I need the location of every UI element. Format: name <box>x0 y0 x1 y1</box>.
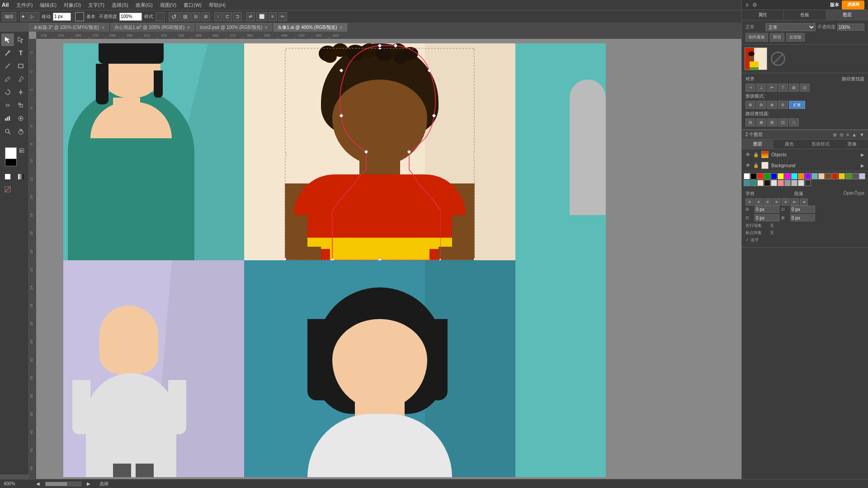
expand-btn[interactable]: ⊐ <box>233 12 242 21</box>
align-btn[interactable]: ⊟ <box>191 12 200 21</box>
swatch-gold[interactable] <box>839 173 845 179</box>
menu-edit[interactable]: 编辑(E) <box>37 1 60 9</box>
x-input[interactable] <box>755 206 779 213</box>
menu-view[interactable]: 视图(V) <box>157 1 180 9</box>
trim-btn[interactable]: ⊠ <box>756 118 766 127</box>
swatch-green[interactable] <box>764 173 770 179</box>
swatch-very-light-gray[interactable] <box>798 180 804 186</box>
opacity-value-input[interactable] <box>837 23 864 31</box>
align-center-v[interactable]: ⊞ <box>789 84 799 92</box>
arrange-btn[interactable]: ↕ <box>214 12 222 21</box>
swatch-dark-red[interactable] <box>832 173 838 179</box>
tool-hand[interactable] <box>14 125 27 138</box>
panel-icon-settings[interactable]: ⚙ <box>752 2 757 8</box>
expand-shape-btn[interactable]: 扩展 <box>789 101 805 109</box>
swatch-light-gray[interactable] <box>771 180 777 186</box>
fg-color-box[interactable] <box>5 147 17 159</box>
tool-gradient[interactable] <box>14 170 27 183</box>
distribute-btn[interactable]: ⊞ <box>201 12 210 21</box>
zoom-slider[interactable] <box>45 482 81 486</box>
layer-lock-objects[interactable]: 🔒 <box>753 152 759 157</box>
layer-move-up-icon[interactable]: ▲ <box>852 132 857 138</box>
y-input[interactable] <box>755 214 779 221</box>
swatch-orange[interactable] <box>798 173 804 179</box>
style-swatch[interactable] <box>156 12 165 21</box>
card-2-main-figure[interactable]: ☞ <box>244 43 515 260</box>
tool-symbol[interactable] <box>14 112 27 125</box>
tab-1-close[interactable]: ✕ <box>187 25 190 30</box>
swatch-gray[interactable] <box>852 173 859 179</box>
merge-btn[interactable]: ⊞ <box>767 118 777 127</box>
tool-btn-2[interactable]: ▷ <box>30 12 39 21</box>
swatch-light-gray2[interactable] <box>791 180 797 186</box>
swatch-dark-teal[interactable] <box>750 180 757 186</box>
tool-rect[interactable] <box>14 60 27 72</box>
tool-graph[interactable] <box>1 112 14 125</box>
tool-fill[interactable] <box>1 170 14 183</box>
align-text-center[interactable]: ≡ <box>755 198 763 206</box>
layer-lock-bg[interactable]: 🔒 <box>753 163 759 168</box>
layer-delete-icon[interactable]: ⊖ <box>840 132 844 138</box>
canvas-content[interactable]: ☞ <box>36 39 741 479</box>
path-btn[interactable]: ⊏ <box>223 12 232 21</box>
clip-btn[interactable]: 剪切 <box>770 33 784 42</box>
layer-subtab-color[interactable]: 颜色 <box>774 140 805 149</box>
swatch-cyan[interactable] <box>791 173 797 179</box>
release-btn[interactable]: 反组版 <box>786 33 805 42</box>
tool-type[interactable]: T <box>14 47 27 59</box>
rpanel-tab-properties[interactable]: 属性 <box>742 10 784 20</box>
tool-reflect[interactable] <box>14 86 27 99</box>
mask-btn[interactable]: ⬜ <box>256 12 267 21</box>
swatch-near-black[interactable] <box>764 180 770 186</box>
swatch-beige[interactable] <box>757 180 764 186</box>
swatch-yellow[interactable] <box>778 173 784 179</box>
tool-btn-1[interactable]: ✦ <box>20 12 29 21</box>
indent-left[interactable]: ⇤ <box>791 198 799 206</box>
layer-eye-objects[interactable]: 👁 <box>745 152 750 157</box>
align-bottom[interactable]: ⊡ <box>800 84 810 92</box>
swatch-black[interactable] <box>750 173 757 179</box>
menu-text[interactable]: 文字(T) <box>85 1 108 9</box>
toolbar-select[interactable]: 编组 <box>2 12 16 21</box>
tool-pen[interactable] <box>1 47 14 59</box>
tool-brush[interactable] <box>14 73 27 85</box>
tab-0[interactable]: 未标题-3* @ 100% (CMYK/预览) ✕ <box>29 23 110 32</box>
swatch-purple[interactable] <box>805 173 811 179</box>
refresh-btn[interactable]: ↺ <box>169 12 179 21</box>
brush-btn[interactable]: ✏ <box>278 12 287 21</box>
swatch-magenta[interactable] <box>784 173 791 179</box>
opacity-input[interactable] <box>119 13 142 21</box>
tool-selection[interactable] <box>1 33 14 46</box>
menu-window[interactable]: 窗口(W) <box>180 1 205 9</box>
justify-all[interactable]: ≡ <box>782 198 790 206</box>
envelope-btn[interactable]: ≡ <box>269 12 277 21</box>
swap-colors[interactable]: ⇄ <box>19 148 24 153</box>
tab-3-close[interactable]: ✕ <box>340 25 343 30</box>
layer-add-icon[interactable]: ⊕ <box>833 132 837 138</box>
layer-subtab-layers[interactable]: 图层 <box>742 140 774 149</box>
canvas-area[interactable]: 228 244 260 276 288 300 312 324 336 348 … <box>29 32 741 479</box>
swatch-skin[interactable] <box>818 173 825 179</box>
layer-options-icon[interactable]: ≡ <box>846 132 849 138</box>
menu-select[interactable]: 选择(S) <box>108 1 132 9</box>
rpanel-tab-swatches[interactable]: 色板 <box>784 10 826 20</box>
tool-zoom[interactable] <box>1 125 14 138</box>
tool-warp[interactable] <box>1 99 14 112</box>
zoom-decrease[interactable]: ◀ <box>36 481 40 486</box>
menu-file[interactable]: 文件(F) <box>13 1 36 9</box>
swatch-light-red[interactable] <box>778 180 784 186</box>
layer-eye-bg[interactable]: 👁 <box>745 163 750 168</box>
panel-icon-properties[interactable]: ≡ <box>745 2 749 8</box>
swatch-lime[interactable] <box>845 173 852 179</box>
swatch-dark-gray[interactable] <box>805 180 811 186</box>
layer-move-down-icon[interactable]: ▼ <box>859 132 864 138</box>
layer-subtab-shape[interactable]: 形状样式 <box>805 140 837 149</box>
tool-none[interactable] <box>1 183 14 196</box>
tool-rotate[interactable] <box>1 86 14 99</box>
layer-expand-bg[interactable]: ▶ <box>861 163 864 168</box>
outline-btn[interactable]: □ <box>789 118 799 127</box>
swatch-lavender[interactable] <box>859 173 865 179</box>
tool-scale[interactable] <box>14 99 27 112</box>
swatch-teal[interactable] <box>811 173 818 179</box>
align-top[interactable]: ⊤ <box>778 84 788 92</box>
